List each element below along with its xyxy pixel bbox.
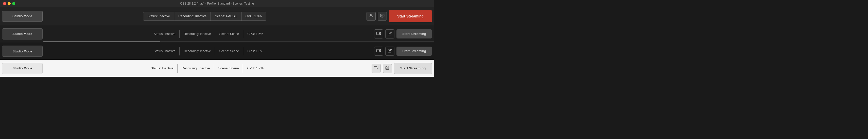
right-controls-2: Start Streaming <box>374 46 432 56</box>
recording-inactive-3: Recording: Inactive <box>178 64 214 73</box>
obs-instance-1: Studio Mode Status: Inactive Recording: … <box>0 25 434 42</box>
video-icon-button-3[interactable] <box>372 64 381 73</box>
user-icon-button-0[interactable] <box>367 12 376 21</box>
start-streaming-button-2[interactable]: Start Streaming <box>397 46 432 56</box>
status-bar-3: Status: Inactive Recording: Inactive Sce… <box>42 64 372 73</box>
svg-rect-5 <box>374 66 377 69</box>
studio-mode-button-2[interactable]: Studio Mode <box>2 45 42 57</box>
svg-rect-3 <box>377 32 379 35</box>
status-inactive-0: Status: Inactive <box>143 12 174 21</box>
status-bar-0: Status: Inactive Recording: Inactive Sce… <box>42 12 367 21</box>
video-icon-button-1[interactable] <box>374 29 383 38</box>
edit-icon-3 <box>385 66 390 71</box>
edit-icon-button-2[interactable] <box>385 46 395 56</box>
status-inactive-3: Status: Inactive <box>147 64 178 73</box>
status-inactive-2: Status: Inactive <box>150 47 180 56</box>
screen-capture-icon-button-0[interactable] <box>378 12 387 21</box>
start-streaming-button-3[interactable]: Start Streaming <box>394 63 432 74</box>
obs-instance-3: Studio Mode Status: Inactive Recording: … <box>0 60 434 77</box>
cpu-0: CPU: 1.9% <box>242 12 266 21</box>
svg-point-2 <box>382 15 383 16</box>
scene-3: Scene: Scene <box>214 64 243 73</box>
svg-point-0 <box>370 14 372 16</box>
cpu-3: CPU: 1.7% <box>243 64 267 73</box>
edit-icon-2 <box>388 48 392 54</box>
start-streaming-button-0[interactable]: Start Streaming <box>389 10 432 22</box>
scene-1: Scene: Scene <box>215 30 243 38</box>
screen-capture-icon <box>380 13 384 19</box>
right-controls-0: Start Streaming <box>367 10 432 22</box>
status-inactive-1: Status: Inactive <box>150 30 180 38</box>
status-bar-2: Status: Inactive Recording: Inactive Sce… <box>42 46 374 56</box>
edit-icon-button-3[interactable] <box>383 64 392 73</box>
minimize-button[interactable] <box>8 2 11 5</box>
scrollbar-1[interactable] <box>43 41 434 42</box>
video-camera-icon-2 <box>376 49 381 54</box>
right-controls-1: Start Streaming <box>374 29 432 38</box>
edit-icon <box>388 31 392 36</box>
video-camera-icon-3 <box>374 66 378 71</box>
obs-instance-0: Studio Mode Status: Inactive Recording: … <box>0 7 434 25</box>
status-bar-1: Status: Inactive Recording: Inactive Sce… <box>42 29 374 38</box>
recording-inactive-2: Recording: Inactive <box>180 47 215 56</box>
status-pill-0: Status: Inactive Recording: Inactive Sce… <box>143 12 266 21</box>
status-pill-1: Status: Inactive Recording: Inactive Sce… <box>149 29 267 38</box>
window-title: OBS 28.1.2 (mac) - Profile: Standard - S… <box>180 2 254 5</box>
svg-rect-1 <box>380 14 384 17</box>
close-button[interactable] <box>3 2 6 5</box>
recording-inactive-1: Recording: Inactive <box>180 30 215 38</box>
video-camera-icon <box>376 32 381 36</box>
edit-icon-button-1[interactable] <box>385 29 395 38</box>
scene-0: Scene: PAUSE <box>211 12 241 21</box>
studio-mode-button-3[interactable]: Studio Mode <box>2 63 42 74</box>
svg-rect-4 <box>377 49 379 52</box>
scene-2: Scene: Scene <box>215 47 243 56</box>
studio-mode-button-1[interactable]: Studio Mode <box>2 28 42 39</box>
scroll-thumb-1 <box>43 41 160 42</box>
user-icon <box>369 13 373 19</box>
titlebar: OBS 28.1.2 (mac) - Profile: Standard - S… <box>0 0 434 7</box>
video-icon-button-2[interactable] <box>374 46 383 56</box>
window-controls[interactable] <box>3 2 15 5</box>
right-controls-3: Start Streaming <box>372 63 432 74</box>
status-pill-3: Status: Inactive Recording: Inactive Sce… <box>146 64 268 73</box>
start-streaming-button-1[interactable]: Start Streaming <box>397 29 432 38</box>
cpu-1: CPU: 1.5% <box>243 30 267 38</box>
obs-instance-2: Studio Mode Status: Inactive Recording: … <box>0 42 434 60</box>
studio-mode-button-0[interactable]: Studio Mode <box>2 11 42 22</box>
cpu-2: CPU: 1.5% <box>243 47 267 56</box>
status-pill-2: Status: Inactive Recording: Inactive Sce… <box>149 46 267 56</box>
recording-inactive-0: Recording: Inactive <box>174 12 211 21</box>
maximize-button[interactable] <box>12 2 15 5</box>
